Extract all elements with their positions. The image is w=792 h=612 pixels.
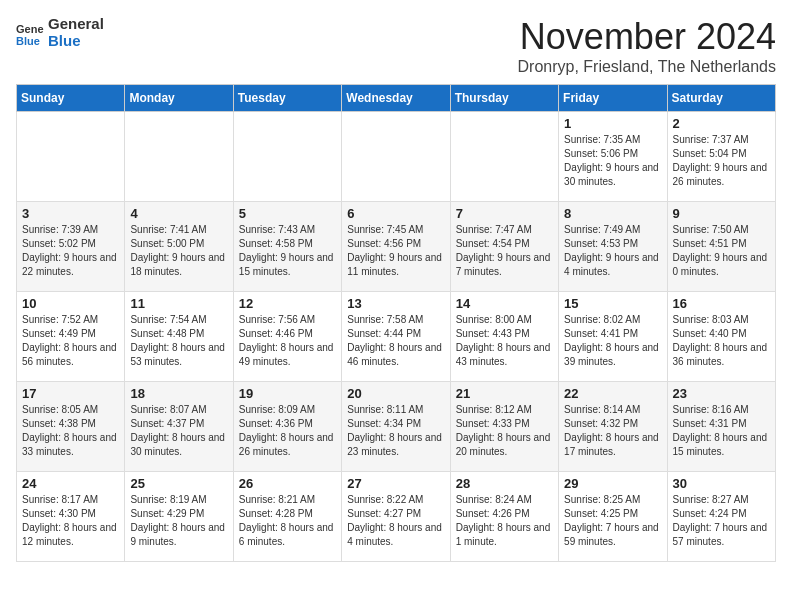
calendar-cell: 5Sunrise: 7:43 AM Sunset: 4:58 PM Daylig… (233, 202, 341, 292)
day-number: 25 (130, 476, 227, 491)
calendar-table: SundayMondayTuesdayWednesdayThursdayFrid… (16, 84, 776, 562)
day-number: 22 (564, 386, 661, 401)
day-number: 30 (673, 476, 770, 491)
calendar-cell: 16Sunrise: 8:03 AM Sunset: 4:40 PM Dayli… (667, 292, 775, 382)
day-number: 19 (239, 386, 336, 401)
calendar-cell: 8Sunrise: 7:49 AM Sunset: 4:53 PM Daylig… (559, 202, 667, 292)
day-number: 17 (22, 386, 119, 401)
calendar-cell: 21Sunrise: 8:12 AM Sunset: 4:33 PM Dayli… (450, 382, 558, 472)
day-number: 14 (456, 296, 553, 311)
day-number: 8 (564, 206, 661, 221)
calendar-cell: 30Sunrise: 8:27 AM Sunset: 4:24 PM Dayli… (667, 472, 775, 562)
calendar-cell: 17Sunrise: 8:05 AM Sunset: 4:38 PM Dayli… (17, 382, 125, 472)
calendar-cell: 25Sunrise: 8:19 AM Sunset: 4:29 PM Dayli… (125, 472, 233, 562)
day-number: 15 (564, 296, 661, 311)
header-day-thursday: Thursday (450, 85, 558, 112)
day-number: 26 (239, 476, 336, 491)
day-info: Sunrise: 7:56 AM Sunset: 4:46 PM Dayligh… (239, 313, 336, 369)
svg-text:General: General (16, 23, 44, 35)
calendar-cell (125, 112, 233, 202)
location-title: Dronryp, Friesland, The Netherlands (518, 58, 777, 76)
header-day-friday: Friday (559, 85, 667, 112)
header-day-wednesday: Wednesday (342, 85, 450, 112)
calendar-cell (233, 112, 341, 202)
calendar-week-4: 17Sunrise: 8:05 AM Sunset: 4:38 PM Dayli… (17, 382, 776, 472)
calendar-cell: 10Sunrise: 7:52 AM Sunset: 4:49 PM Dayli… (17, 292, 125, 382)
day-info: Sunrise: 7:49 AM Sunset: 4:53 PM Dayligh… (564, 223, 661, 279)
calendar-cell: 24Sunrise: 8:17 AM Sunset: 4:30 PM Dayli… (17, 472, 125, 562)
day-info: Sunrise: 7:39 AM Sunset: 5:02 PM Dayligh… (22, 223, 119, 279)
calendar-body: 1Sunrise: 7:35 AM Sunset: 5:06 PM Daylig… (17, 112, 776, 562)
day-number: 13 (347, 296, 444, 311)
day-info: Sunrise: 8:05 AM Sunset: 4:38 PM Dayligh… (22, 403, 119, 459)
header-day-saturday: Saturday (667, 85, 775, 112)
month-title: November 2024 (518, 16, 777, 58)
calendar-cell: 19Sunrise: 8:09 AM Sunset: 4:36 PM Dayli… (233, 382, 341, 472)
day-number: 21 (456, 386, 553, 401)
calendar-cell: 6Sunrise: 7:45 AM Sunset: 4:56 PM Daylig… (342, 202, 450, 292)
day-number: 2 (673, 116, 770, 131)
header: General Blue General Blue November 2024 … (16, 16, 776, 76)
calendar-cell: 1Sunrise: 7:35 AM Sunset: 5:06 PM Daylig… (559, 112, 667, 202)
day-info: Sunrise: 8:25 AM Sunset: 4:25 PM Dayligh… (564, 493, 661, 549)
day-info: Sunrise: 8:07 AM Sunset: 4:37 PM Dayligh… (130, 403, 227, 459)
day-info: Sunrise: 7:45 AM Sunset: 4:56 PM Dayligh… (347, 223, 444, 279)
calendar-cell: 13Sunrise: 7:58 AM Sunset: 4:44 PM Dayli… (342, 292, 450, 382)
day-info: Sunrise: 8:22 AM Sunset: 4:27 PM Dayligh… (347, 493, 444, 549)
calendar-cell (342, 112, 450, 202)
day-info: Sunrise: 8:17 AM Sunset: 4:30 PM Dayligh… (22, 493, 119, 549)
day-number: 9 (673, 206, 770, 221)
day-info: Sunrise: 7:52 AM Sunset: 4:49 PM Dayligh… (22, 313, 119, 369)
day-info: Sunrise: 7:35 AM Sunset: 5:06 PM Dayligh… (564, 133, 661, 189)
calendar-cell: 18Sunrise: 8:07 AM Sunset: 4:37 PM Dayli… (125, 382, 233, 472)
day-info: Sunrise: 8:14 AM Sunset: 4:32 PM Dayligh… (564, 403, 661, 459)
calendar-cell: 14Sunrise: 8:00 AM Sunset: 4:43 PM Dayli… (450, 292, 558, 382)
calendar-week-2: 3Sunrise: 7:39 AM Sunset: 5:02 PM Daylig… (17, 202, 776, 292)
day-number: 11 (130, 296, 227, 311)
logo-icon: General Blue (16, 19, 44, 47)
calendar-week-1: 1Sunrise: 7:35 AM Sunset: 5:06 PM Daylig… (17, 112, 776, 202)
day-number: 3 (22, 206, 119, 221)
calendar-cell: 29Sunrise: 8:25 AM Sunset: 4:25 PM Dayli… (559, 472, 667, 562)
day-info: Sunrise: 7:37 AM Sunset: 5:04 PM Dayligh… (673, 133, 770, 189)
calendar-cell: 26Sunrise: 8:21 AM Sunset: 4:28 PM Dayli… (233, 472, 341, 562)
day-info: Sunrise: 8:19 AM Sunset: 4:29 PM Dayligh… (130, 493, 227, 549)
day-number: 5 (239, 206, 336, 221)
header-day-tuesday: Tuesday (233, 85, 341, 112)
day-info: Sunrise: 8:21 AM Sunset: 4:28 PM Dayligh… (239, 493, 336, 549)
day-number: 4 (130, 206, 227, 221)
day-number: 27 (347, 476, 444, 491)
day-info: Sunrise: 8:09 AM Sunset: 4:36 PM Dayligh… (239, 403, 336, 459)
day-number: 6 (347, 206, 444, 221)
day-info: Sunrise: 7:58 AM Sunset: 4:44 PM Dayligh… (347, 313, 444, 369)
calendar-cell: 15Sunrise: 8:02 AM Sunset: 4:41 PM Dayli… (559, 292, 667, 382)
calendar-cell: 7Sunrise: 7:47 AM Sunset: 4:54 PM Daylig… (450, 202, 558, 292)
day-info: Sunrise: 8:11 AM Sunset: 4:34 PM Dayligh… (347, 403, 444, 459)
day-number: 16 (673, 296, 770, 311)
day-info: Sunrise: 7:43 AM Sunset: 4:58 PM Dayligh… (239, 223, 336, 279)
day-info: Sunrise: 7:50 AM Sunset: 4:51 PM Dayligh… (673, 223, 770, 279)
calendar-cell: 2Sunrise: 7:37 AM Sunset: 5:04 PM Daylig… (667, 112, 775, 202)
header-row: SundayMondayTuesdayWednesdayThursdayFrid… (17, 85, 776, 112)
day-info: Sunrise: 8:02 AM Sunset: 4:41 PM Dayligh… (564, 313, 661, 369)
calendar-cell: 9Sunrise: 7:50 AM Sunset: 4:51 PM Daylig… (667, 202, 775, 292)
day-number: 10 (22, 296, 119, 311)
day-info: Sunrise: 8:24 AM Sunset: 4:26 PM Dayligh… (456, 493, 553, 549)
calendar-cell (17, 112, 125, 202)
logo-general: General (48, 16, 104, 33)
day-info: Sunrise: 7:54 AM Sunset: 4:48 PM Dayligh… (130, 313, 227, 369)
day-number: 20 (347, 386, 444, 401)
calendar-cell: 27Sunrise: 8:22 AM Sunset: 4:27 PM Dayli… (342, 472, 450, 562)
calendar-cell (450, 112, 558, 202)
day-info: Sunrise: 8:27 AM Sunset: 4:24 PM Dayligh… (673, 493, 770, 549)
calendar-cell: 3Sunrise: 7:39 AM Sunset: 5:02 PM Daylig… (17, 202, 125, 292)
day-number: 18 (130, 386, 227, 401)
day-number: 1 (564, 116, 661, 131)
calendar-cell: 28Sunrise: 8:24 AM Sunset: 4:26 PM Dayli… (450, 472, 558, 562)
header-day-monday: Monday (125, 85, 233, 112)
day-info: Sunrise: 7:47 AM Sunset: 4:54 PM Dayligh… (456, 223, 553, 279)
day-info: Sunrise: 8:12 AM Sunset: 4:33 PM Dayligh… (456, 403, 553, 459)
day-info: Sunrise: 8:00 AM Sunset: 4:43 PM Dayligh… (456, 313, 553, 369)
day-number: 12 (239, 296, 336, 311)
day-number: 29 (564, 476, 661, 491)
